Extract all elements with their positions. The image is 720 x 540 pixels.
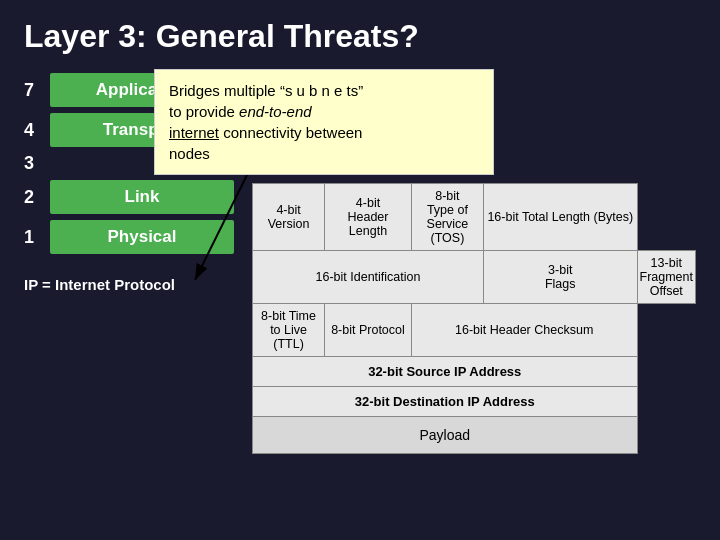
- layer-num-3: 3: [24, 153, 42, 174]
- layer-num-1: 1: [24, 227, 42, 248]
- callout-line1: Bridges multiple “s u b n e ts”: [169, 82, 363, 99]
- cell-checksum: 16-bit Header Checksum: [411, 304, 637, 357]
- cell-dest-ip: 32-bit Destination IP Address: [253, 387, 638, 417]
- callout-em: end-to-end: [239, 103, 312, 120]
- callout-line3: internet connectivity between: [169, 124, 362, 141]
- table-row-dest: 32-bit Destination IP Address: [253, 387, 696, 417]
- cell-fragment: 13-bit Fragment Offset: [637, 251, 696, 304]
- cell-header-length: 4-bitHeaderLength: [325, 184, 412, 251]
- cell-protocol: 8-bit Protocol: [325, 304, 412, 357]
- cell-identification: 16-bit Identification: [253, 251, 484, 304]
- page: Layer 3: General Threats? Bridges multip…: [0, 0, 720, 540]
- cell-version: 4-bitVersion: [253, 184, 325, 251]
- table-row-3: 8-bit Timeto Live(TTL) 8-bit Protocol 16…: [253, 304, 696, 357]
- layer-num-4: 4: [24, 120, 42, 141]
- cell-flags: 3-bitFlags: [483, 251, 637, 304]
- layer-row-2: 2 Link: [24, 180, 234, 214]
- page-title: Layer 3: General Threats?: [24, 18, 696, 55]
- table-row-payload: Payload: [253, 417, 696, 454]
- cell-total-length: 16-bit Total Length (Bytes): [483, 184, 637, 251]
- osi-layers: Bridges multiple “s u b n e ts” to provi…: [24, 73, 244, 454]
- ip-table-area: 4-bitVersion 4-bitHeaderLength 8-bitType…: [252, 183, 696, 454]
- layer-num-7: 7: [24, 80, 42, 101]
- ip-header-table: 4-bitVersion 4-bitHeaderLength 8-bitType…: [252, 183, 696, 454]
- layer-num-2: 2: [24, 187, 42, 208]
- cell-payload: Payload: [253, 417, 638, 454]
- table-row-2: 16-bit Identification 3-bitFlags 13-bit …: [253, 251, 696, 304]
- callout-line4: nodes: [169, 145, 210, 162]
- ip-label: IP = Internet Protocol: [24, 276, 234, 293]
- cell-source-ip: 32-bit Source IP Address: [253, 357, 638, 387]
- cell-ttl: 8-bit Timeto Live(TTL): [253, 304, 325, 357]
- layer-box-link: Link: [50, 180, 234, 214]
- table-row-source: 32-bit Source IP Address: [253, 357, 696, 387]
- content-area: Bridges multiple “s u b n e ts” to provi…: [24, 73, 696, 454]
- callout-line2: to provide: [169, 103, 239, 120]
- table-row-1: 4-bitVersion 4-bitHeaderLength 8-bitType…: [253, 184, 696, 251]
- cell-tos: 8-bitType of Service(TOS): [411, 184, 483, 251]
- layer-row-1: 1 Physical: [24, 220, 234, 254]
- layer-box-physical: Physical: [50, 220, 234, 254]
- callout-box: Bridges multiple “s u b n e ts” to provi…: [154, 69, 494, 175]
